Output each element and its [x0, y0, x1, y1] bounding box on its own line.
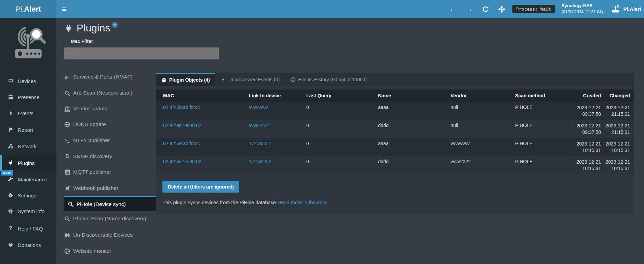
scan-method-cell: PIHOLE: [515, 123, 560, 128]
plugin-nav-undiscoverable-devices[interactable]: Un-Discoverable Devices: [64, 228, 157, 242]
back-arrow-icon[interactable]: ←: [447, 3, 458, 15]
bolt-icon: [8, 110, 14, 116]
tab-events-history[interactable]: Events History (50 out of 10000): [285, 73, 372, 86]
device-link[interactable]: vvvvvvvv: [249, 105, 268, 110]
plugin-nav-webhook-publisher[interactable]: Webhook publisher: [64, 181, 157, 195]
device-link-cell: vvvv2222: [249, 123, 306, 128]
table-row: 02:42:ac:1e:00:02 vvvv2222 0 dddd null P…: [156, 120, 634, 138]
topbar-brand-right-label: Pi.Alert: [623, 6, 641, 12]
mac-link[interactable]: 02:42:59:ad:fd:cc: [163, 105, 200, 110]
plugin-nav-label: MQTT publisher: [73, 169, 111, 175]
signal-phone-icon: [64, 74, 70, 80]
host-info: Synology-NAS (01/01/2024, 11:31:04): [562, 3, 603, 15]
sidebar-item-presence[interactable]: Presence: [0, 89, 56, 105]
move-icon[interactable]: [496, 3, 508, 15]
scan-method-cell: PIHOLE: [515, 159, 560, 164]
mac-link[interactable]: 02:42:ac:1e:00:02: [163, 159, 201, 164]
plugin-nav-label: PiHole (Device sync): [77, 201, 126, 207]
sidebar-item-label: Events: [18, 110, 33, 116]
plug-icon: [65, 25, 72, 32]
column-header-vendor: Vendor: [451, 93, 515, 98]
last-query-cell: 0: [306, 105, 378, 110]
created-cell: 2023-12-2109:37:50: [560, 123, 601, 136]
page-header: Plugins ?: [65, 21, 118, 35]
plugin-nav-label: Services & Ports (NMAP): [73, 74, 133, 80]
column-header-last-query: Last Query: [306, 93, 378, 98]
column-header-changed: Changed: [601, 93, 630, 98]
plugin-description-text: This plugin syncs devices from the PiHol…: [162, 200, 276, 205]
device-link[interactable]: 172.30.0.1: [249, 141, 271, 146]
plugin-nav-pholus-scan[interactable]: Pholus-Scan (Name discovery): [64, 212, 157, 225]
plugin-nav-pihole-device-sync[interactable]: PiHole (Device sync): [64, 196, 157, 211]
plugin-nav-ntfy-publisher[interactable]: >_ NTFY publisher: [64, 134, 157, 147]
clock-icon: [290, 77, 295, 82]
sidebar-item-label: Donations: [18, 242, 41, 248]
changed-cell: 2023-12-2110:15:31: [601, 141, 630, 154]
plugin-nav-website-monitor[interactable]: Website monitor: [64, 244, 157, 258]
pialert-logo: [0, 21, 56, 69]
sitemap-icon: [8, 143, 14, 149]
plugin-nav-ddns-update[interactable]: DDNS update: [64, 117, 157, 131]
last-query-cell: 0: [306, 141, 378, 146]
plugin-nav-label: Pholus-Scan (Name discovery): [73, 216, 146, 222]
device-link[interactable]: vvvv2222: [249, 123, 269, 128]
app-logo[interactable]: Pi.Alert: [0, 0, 56, 18]
microchip-icon: [8, 208, 14, 214]
refresh-icon[interactable]: [480, 3, 491, 15]
forward-arrow-icon[interactable]: →: [463, 3, 475, 15]
docs-link[interactable]: Read more in the docs.: [278, 200, 329, 205]
plugin-nav-vendor-update[interactable]: Vendor update: [64, 102, 157, 115]
device-link-cell: 172.30.0.1: [249, 141, 306, 146]
host-timestamp: (01/01/2024, 11:31:04): [562, 9, 603, 15]
changed-cell: 2023-12-2110:15:31: [601, 159, 630, 172]
sidebar-item-label: Report: [18, 127, 33, 133]
device-link[interactable]: 172.30.0.2: [249, 159, 271, 164]
search-icon: [64, 216, 70, 222]
topbar: Pi.Alert ≡ ← → Process: Wait Synology-NA…: [0, 0, 644, 18]
delete-all-button[interactable]: Delete all (filters are ignored): [162, 181, 239, 193]
gear-icon: [8, 193, 14, 198]
sidebar-item-donations[interactable]: Donations: [0, 237, 56, 252]
mac-link[interactable]: 02:42:ac:1e:00:02: [163, 123, 201, 128]
sidebar-item-help-faq[interactable]: ? Help / FAQ: [0, 221, 56, 236]
rss-square-icon: [64, 169, 70, 175]
sidebar-item-plugins[interactable]: Plugins: [0, 155, 56, 171]
table-row: 02:42:ac:1e:00:02 172.30.0.2 0 dddd vvvv…: [156, 156, 634, 174]
plugin-nav-arp-scan[interactable]: Arp-Scan (Network scan): [64, 86, 157, 100]
plugin-panel: Plugin Objects (4) Unprocessed Events (0…: [156, 73, 634, 214]
mac-filter-input[interactable]: [64, 47, 219, 59]
device-link-cell: 172.30.0.2: [249, 159, 306, 164]
sidebar-item-network[interactable]: Network: [0, 139, 56, 154]
plugin-nav-mqtt-publisher[interactable]: MQTT publisher: [64, 165, 157, 179]
sidebar-item-settings[interactable]: Settings: [0, 188, 56, 203]
sidebar-item-label: Plugins: [18, 160, 35, 166]
pialert-app: Pi.Alert ≡ ← → Process: Wait Synology-NA…: [0, 0, 644, 264]
scan-method-cell: PIHOLE: [515, 141, 560, 146]
sidebar-item-report[interactable]: Report: [0, 122, 56, 137]
help-badge[interactable]: ?: [112, 22, 118, 28]
topbar-brand-right: Pi.Alert: [611, 5, 641, 13]
sidebar-item-label: Network: [18, 143, 37, 149]
tab-unprocessed-events[interactable]: Unprocessed Events (0): [215, 73, 285, 86]
sidebar-item-events[interactable]: Events: [0, 106, 56, 121]
mac-link[interactable]: 02:42:59:ad:fd:cc: [163, 141, 200, 146]
flag-icon: [8, 127, 14, 133]
globe-icon: [64, 248, 70, 254]
tab-plugin-objects[interactable]: Plugin Objects (4): [156, 73, 215, 86]
sidebar-item-system-info[interactable]: System info: [0, 204, 56, 219]
page-title: Plugins: [77, 21, 110, 35]
maintenance-new-badge: NEW: [1, 170, 13, 176]
sidebar-item-label: Presence: [18, 94, 39, 100]
search-icon: [68, 201, 73, 207]
last-query-cell: 0: [306, 159, 378, 164]
created-cell: 2023-12-2110:15:31: [560, 141, 601, 154]
mac-cell: 02:42:59:ad:fd:cc: [163, 141, 249, 146]
mac-cell: 02:42:ac:1e:00:02: [163, 123, 249, 128]
device-link-cell: vvvvvvvv: [249, 105, 306, 110]
plugin-nav-snmp-discovery[interactable]: S SNMP discovery: [64, 150, 157, 163]
plugin-nav-label: SNMP discovery: [73, 153, 112, 159]
vendor-cell: null: [451, 123, 515, 128]
sidebar-item-devices[interactable]: Devices: [0, 73, 56, 88]
plugin-nav-services-ports[interactable]: Services & Ports (NMAP): [64, 70, 157, 84]
hamburger-icon[interactable]: ≡: [57, 0, 71, 18]
